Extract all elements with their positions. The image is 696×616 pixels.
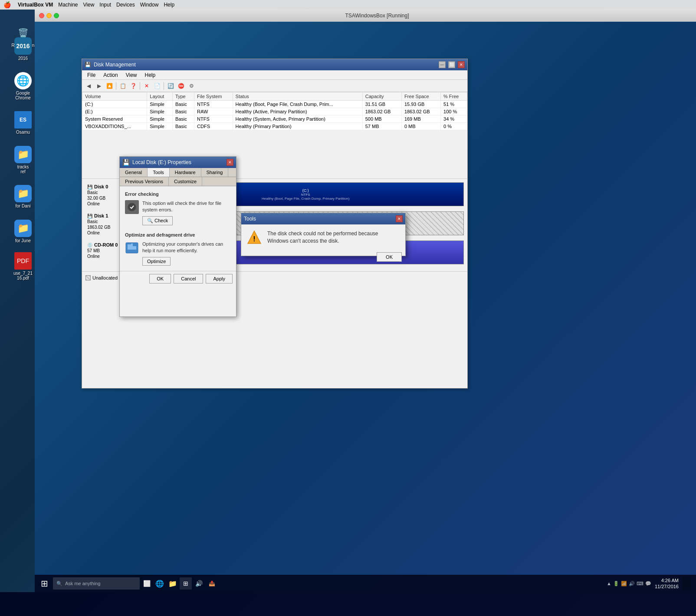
maximize-button[interactable] [54,13,59,18]
sound-icon[interactable]: 🔊 [193,577,205,590]
disk-0-label: Disk 0 [94,184,108,189]
mac-menu-window[interactable]: Window [140,2,159,8]
table-row[interactable]: (C:)SimpleBasicNTFSHealthy (Boot, Page F… [82,101,467,108]
mac-menu-virtualbox[interactable]: VirtualBox VM [18,2,53,8]
cell-1-4: Healthy (Active, Primary Partition) [233,108,362,115]
col-layout[interactable]: Layout [147,92,173,101]
cell-0-1: Simple [147,101,173,108]
mac-menu-help[interactable]: Help [164,2,174,8]
sidebar-item-osamu[interactable]: ES Osamu [8,109,38,136]
menu-help[interactable]: Help [141,71,159,79]
table-row[interactable]: System ReservedSimpleBasicNTFSHealthy (S… [82,115,467,123]
cell-2-4: Healthy (System, Active, Primary Partiti… [233,115,362,123]
minimize-button[interactable] [46,13,52,18]
col-type[interactable]: Type [172,92,194,101]
toolbar-properties[interactable]: 📋 [118,81,128,91]
optimize-icon [125,241,139,255]
tools-content: ! The disk check could not be performed … [241,224,405,250]
2016-icon: 2016 [14,37,32,55]
task-view-icon[interactable]: ⬜ [141,577,153,590]
restore-win-btn[interactable]: ⬜ [448,61,455,68]
tab-general[interactable]: General [120,168,148,177]
cell-2-5: 500 MB [362,115,401,123]
toolbar-cancel[interactable]: ⛔ [176,81,186,91]
svg-text:!: ! [253,235,255,243]
tray-icon-5: ⌨ [637,581,643,586]
col-free[interactable]: Free Space [401,92,440,101]
sidebar-item-fordani[interactable]: 📁 for Dani [8,183,38,210]
store-icon[interactable]: ⊞ [180,577,192,590]
col-volume[interactable]: Volume [82,92,147,101]
menu-view[interactable]: View [122,71,141,79]
upload-icon[interactable]: 📤 [206,577,218,590]
ok-button[interactable]: OK [149,274,171,283]
toolbar-format[interactable]: 📄 [152,81,162,91]
sidebar-item-tracks[interactable]: 📁 tracksref [8,144,38,176]
tray-icons: ▲ 🔋 📶 🔊 ⌨ 💬 [607,581,651,586]
sidebar-item-pdf[interactable]: PDF use_7_2116.pdf [8,250,38,282]
properties-close-btn[interactable]: ✕ [227,159,233,166]
toolbar-help[interactable]: ❓ [128,81,138,91]
col-fs[interactable]: File System [194,92,233,101]
tools-ok-button[interactable]: OK [377,252,402,262]
table-row[interactable]: (E:)SimpleBasicRAWHealthy (Active, Prima… [82,108,467,115]
show-desktop[interactable] [682,577,691,590]
cell-0-3: NTFS [194,101,233,108]
toolbar-delete[interactable]: ✕ [142,81,151,91]
toolbar-sep-1 [116,82,116,90]
tray-icon-1: ▲ [607,581,611,586]
sidebar-item-forjune[interactable]: 📁 for June [8,218,38,245]
tab-sharing[interactable]: Sharing [201,168,229,177]
fordani-label: for Dani [15,204,30,208]
error-check-text: This option will check the drive for fil… [142,200,231,214]
col-status[interactable]: Status [233,92,362,101]
minimize-win-btn[interactable]: — [439,61,446,68]
tab-hardware[interactable]: Hardware [170,168,201,177]
mac-menu-devices[interactable]: Devices [116,2,135,8]
toolbar-refresh[interactable]: 🔄 [166,81,175,91]
mac-menu-view[interactable]: View [83,2,95,8]
mac-menu-input[interactable]: Input [99,2,111,8]
tab-previous-versions[interactable]: Previous Versions [120,177,169,186]
sidebar-item-chrome[interactable]: 🌐 GoogleChrome [8,70,38,102]
tools-footer: OK [241,250,405,264]
menu-file[interactable]: File [84,71,99,79]
properties-tabs-row1: General Tools Hardware Sharing [120,168,236,177]
tab-tools[interactable]: Tools [148,168,170,177]
windows-search[interactable]: 🔍 Ask me anything [53,577,140,590]
sidebar-item-2016[interactable]: 2016 2016 [8,36,38,63]
cancel-button[interactable]: Cancel [174,274,203,283]
vm-content: ⊞ 🔍 Ask me anything ⬜ 🌐 📁 ⊞ 🔊 📤 ▲ 🔋 📶 🔊 … [35,22,696,592]
disk-0-icon: 💾 [87,184,92,189]
properties-titlebar: 💾 Local Disk (E:) Properties ✕ [120,157,236,168]
edge-icon[interactable]: 🌐 [154,577,166,590]
close-button[interactable] [39,13,44,18]
menu-action[interactable]: Action [100,71,121,79]
table-row[interactable]: VBOXADDITIONS_...SimpleBasicCDFSHealthy … [82,123,467,130]
windows-taskbar: ⊞ 🔍 Ask me anything ⬜ 🌐 📁 ⊞ 🔊 📤 ▲ 🔋 📶 🔊 … [35,575,696,592]
col-pctfree[interactable]: % Free [441,92,467,101]
tab-customize[interactable]: Customize [169,177,202,186]
mac-menu-machine[interactable]: Machine [58,2,78,8]
check-button[interactable]: 🔍 Check [142,216,173,225]
cell-1-1: Simple [147,108,173,115]
toolbar-setting[interactable]: ⚙ [187,81,196,91]
cell-0-5: 31.51 GB [362,101,401,108]
explorer-icon[interactable]: 📁 [167,577,179,590]
toolbar-forward[interactable]: ▶ [94,81,104,91]
legend-unalloc-box [85,275,91,280]
close-win-btn[interactable]: ✕ [458,61,465,68]
windows-start[interactable]: ⊞ [36,576,52,591]
apply-button[interactable]: Apply [206,274,233,283]
vm-titlebar: TSAWindowsBox [Running] [35,10,696,22]
tools-close-btn[interactable]: ✕ [396,215,403,222]
tray-icon-3: 📶 [621,581,627,586]
toolbar-up[interactable]: 🔼 [105,81,114,91]
toolbar-back[interactable]: ◀ [84,81,93,91]
col-capacity[interactable]: Capacity [362,92,401,101]
disk-1-label: Disk 1 [94,213,108,218]
optimize-button[interactable]: Optimize [142,257,171,266]
optimize-desc: Optimizing your computer's drives can he… [142,241,231,266]
apple-menu[interactable]: 🍎 [3,1,11,8]
cell-1-2: Basic [172,108,194,115]
